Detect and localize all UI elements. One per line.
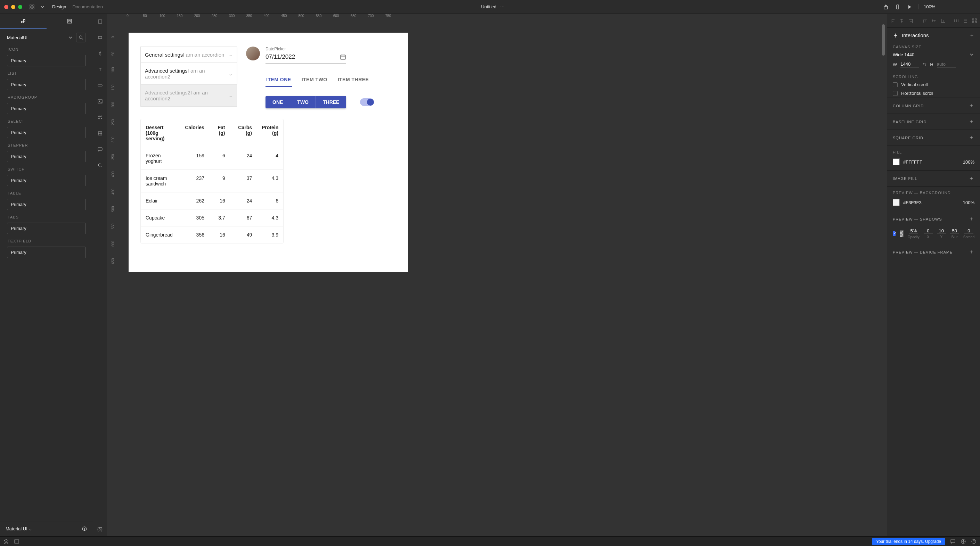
preview-bg-hex-input[interactable]: #F3F3F3	[903, 200, 959, 205]
add-interaction-button[interactable]: ＋	[969, 32, 974, 38]
right-panel: Interactions ＋ CANVAS SIZE Wide 1440 W 1…	[887, 14, 980, 536]
component-chip[interactable]: Primary	[7, 127, 86, 138]
chevron-down-icon[interactable]	[40, 4, 45, 10]
category-label: SELECT	[0, 118, 93, 125]
shadow-x-input[interactable]: 0	[924, 228, 933, 234]
component-chip[interactable]: Primary	[7, 175, 86, 186]
canvas[interactable]: 0501001502002503003504004505005506006507…	[107, 14, 887, 536]
shadow-spread-input[interactable]: 0	[964, 228, 974, 234]
image-tool-icon[interactable]	[96, 97, 104, 106]
baseline-grid-section[interactable]: BASELINE GRID＋	[887, 114, 980, 130]
component-chip[interactable]: Primary	[7, 103, 86, 114]
maximize-window-button[interactable]	[18, 5, 22, 9]
pen-tool-icon[interactable]	[96, 49, 104, 58]
left-tab-layers[interactable]	[46, 14, 93, 29]
search-tool-icon[interactable]	[96, 161, 104, 170]
height-input[interactable]: auto	[937, 61, 956, 68]
close-window-button[interactable]	[4, 5, 8, 9]
trial-banner[interactable]: Your trial ends in 14 days. Upgrade	[872, 538, 945, 545]
app-grid-icon[interactable]	[29, 4, 35, 10]
layers-icon[interactable]	[3, 539, 9, 544]
text-tool-icon[interactable]	[96, 65, 104, 74]
fill-opacity-input[interactable]: 100%	[963, 159, 974, 165]
accordion-item[interactable]: General settingsI am an accordion⌄	[140, 46, 237, 63]
feedback-icon[interactable]	[950, 539, 956, 544]
align-bottom-icon[interactable]	[940, 18, 946, 24]
preview-bg-opacity-input[interactable]: 100%	[963, 200, 974, 205]
frame-tool-icon[interactable]	[96, 17, 104, 26]
square-grid-section[interactable]: SQUARE GRID＋	[887, 130, 980, 146]
fill-swatch[interactable]	[893, 159, 900, 165]
icon-tool-icon[interactable]	[96, 113, 104, 122]
tab-documentation[interactable]: Documentation	[72, 4, 102, 10]
column-grid-section[interactable]: COLUMN GRID＋	[887, 98, 980, 114]
button-tool-icon[interactable]	[96, 81, 104, 90]
doc-title[interactable]: Untitled	[481, 4, 496, 10]
vertical-scroll-checkbox[interactable]: Vertical scroll	[887, 80, 980, 89]
settings-icon[interactable]	[82, 526, 87, 532]
svg-rect-25	[14, 540, 19, 543]
image-fill-section[interactable]: IMAGE FILL＋	[887, 170, 980, 186]
component-chip[interactable]: Primary	[7, 79, 86, 90]
doc-menu-icon[interactable]: ⋯	[500, 4, 504, 10]
library-select[interactable]: MaterialUI	[7, 35, 65, 40]
component-chip[interactable]: Primary	[7, 223, 86, 234]
preview-device-section[interactable]: PREVIEW — DEVICE FRAME＋	[887, 244, 980, 260]
calendar-icon[interactable]	[340, 54, 346, 60]
variables-icon[interactable]: {$}	[96, 524, 104, 533]
share-icon[interactable]	[883, 4, 889, 10]
data-table: Dessert (100g serving)CaloriesFat (g)Car…	[140, 119, 283, 243]
distribute-h-icon[interactable]	[954, 18, 959, 24]
search-button[interactable]	[76, 33, 86, 42]
swap-icon[interactable]: ⇆	[923, 62, 926, 67]
horizontal-scroll-checkbox[interactable]: Horizontal scroll	[887, 89, 980, 98]
preview-bg-swatch[interactable]	[893, 199, 900, 206]
align-right-icon[interactable]	[908, 18, 914, 24]
component-chip[interactable]: Primary	[7, 199, 86, 210]
component-tool-icon[interactable]	[96, 129, 104, 138]
artboard[interactable]: General settingsI am an accordion⌄Advanc…	[129, 33, 408, 272]
distribute-v-icon[interactable]	[963, 18, 968, 24]
switch-toggle[interactable]	[360, 98, 374, 106]
button-group-button[interactable]: TWO	[290, 96, 316, 108]
play-icon[interactable]	[907, 4, 912, 10]
minimize-window-button[interactable]	[11, 5, 15, 9]
tab-item[interactable]: ITEM TWO	[301, 73, 328, 87]
align-left-icon[interactable]	[890, 18, 896, 24]
comment-tool-icon[interactable]	[96, 145, 104, 154]
width-input[interactable]: 1440	[900, 61, 919, 68]
shadow-opacity-input[interactable]: 5%	[909, 228, 918, 234]
svg-rect-3	[33, 8, 34, 9]
tab-item[interactable]: ITEM ONE	[266, 73, 292, 87]
shadow-enable-checkbox[interactable]	[893, 231, 896, 236]
accessibility-icon[interactable]	[961, 539, 966, 544]
tab-design[interactable]: Design	[52, 4, 66, 10]
tab-item[interactable]: ITEM THREE	[337, 73, 370, 87]
component-chip[interactable]: Primary	[7, 151, 86, 162]
button-group-button[interactable]: ONE	[266, 96, 290, 108]
button-group-button[interactable]: THREE	[316, 96, 346, 108]
tidy-icon[interactable]	[972, 18, 977, 24]
add-shadow-button[interactable]: ＋	[969, 215, 974, 223]
shadow-y-input[interactable]: 10	[937, 228, 946, 234]
canvas-preset-select[interactable]: Wide 1440	[887, 50, 980, 61]
datepicker-field[interactable]: 07/11/2022	[266, 51, 346, 63]
component-chip[interactable]: Primary	[7, 55, 86, 66]
device-icon[interactable]	[895, 4, 900, 10]
zoom-level[interactable]: 100%	[918, 4, 935, 10]
accordion-item[interactable]: Advanced settingsI am an accordion2⌄	[140, 63, 237, 85]
left-tab-components[interactable]	[0, 14, 46, 29]
fill-hex-input[interactable]: #FFFFFF	[903, 159, 959, 165]
align-center-v-icon[interactable]	[931, 18, 937, 24]
align-center-h-icon[interactable]	[899, 18, 905, 24]
library-footer[interactable]: Material UI ⌄	[6, 526, 32, 532]
component-chip[interactable]: Primary	[7, 247, 86, 258]
canvas-scrollbar[interactable]	[882, 24, 885, 56]
align-top-icon[interactable]	[922, 18, 928, 24]
rectangle-tool-icon[interactable]	[96, 33, 104, 42]
help-icon[interactable]	[971, 539, 977, 544]
chevron-down-icon[interactable]	[68, 35, 73, 40]
shadow-color-swatch[interactable]	[900, 230, 904, 237]
shadow-blur-input[interactable]: 50	[950, 228, 959, 234]
panel-icon[interactable]	[14, 539, 19, 544]
